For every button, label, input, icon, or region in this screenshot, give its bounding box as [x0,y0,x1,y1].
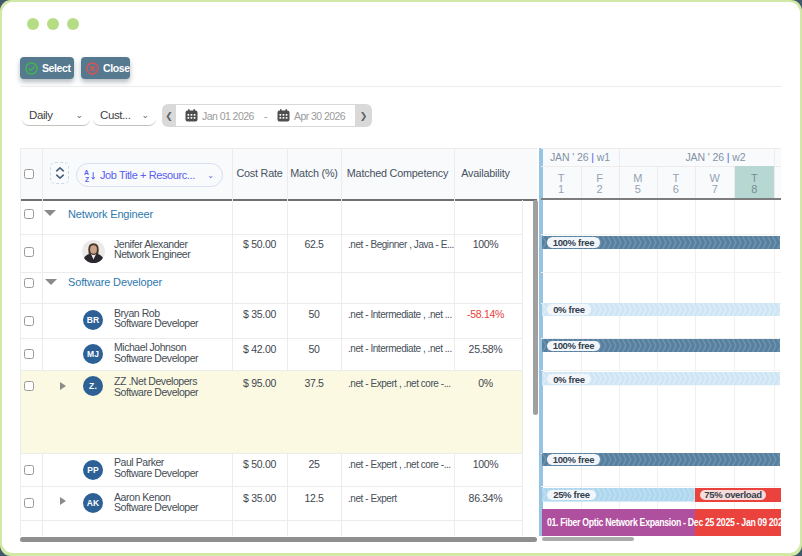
svg-text:Z: Z [85,175,89,181]
